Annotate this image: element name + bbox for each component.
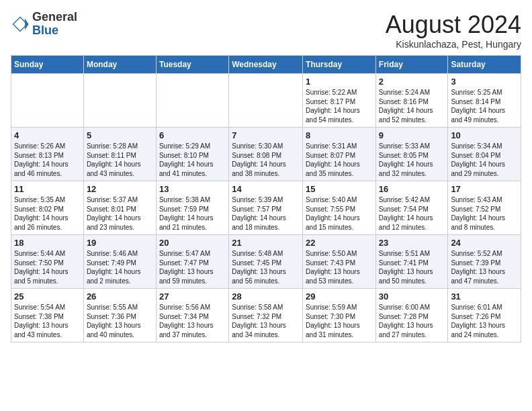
day-cell: 10Sunrise: 5:34 AM Sunset: 8:04 PM Dayli… — [448, 128, 521, 181]
day-number: 17 — [451, 184, 518, 194]
day-info: Sunrise: 5:55 AM Sunset: 7:36 PM Dayligh… — [87, 303, 153, 339]
calendar-table: SundayMondayTuesdayWednesdayThursdayFrid… — [11, 55, 521, 342]
weekday-header-friday: Friday — [375, 56, 448, 74]
day-number: 9 — [379, 130, 445, 140]
day-cell: 3Sunrise: 5:25 AM Sunset: 8:14 PM Daylig… — [448, 74, 521, 128]
day-info: Sunrise: 6:01 AM Sunset: 7:26 PM Dayligh… — [451, 303, 518, 339]
day-cell: 14Sunrise: 5:39 AM Sunset: 7:57 PM Dayli… — [229, 181, 303, 235]
day-info: Sunrise: 5:59 AM Sunset: 7:30 PM Dayligh… — [306, 303, 373, 339]
day-cell: 8Sunrise: 5:31 AM Sunset: 8:07 PM Daylig… — [303, 128, 376, 181]
day-number: 25 — [14, 291, 81, 302]
day-cell: 11Sunrise: 5:35 AM Sunset: 8:02 PM Dayli… — [11, 181, 84, 235]
day-number: 16 — [379, 184, 445, 194]
day-cell: 7Sunrise: 5:30 AM Sunset: 8:08 PM Daylig… — [229, 128, 303, 181]
day-cell: 5Sunrise: 5:28 AM Sunset: 8:11 PM Daylig… — [83, 128, 156, 181]
day-number: 7 — [232, 130, 300, 140]
day-info: Sunrise: 5:54 AM Sunset: 7:38 PM Dayligh… — [14, 303, 81, 339]
day-info: Sunrise: 5:43 AM Sunset: 7:52 PM Dayligh… — [451, 195, 518, 232]
day-cell: 20Sunrise: 5:47 AM Sunset: 7:47 PM Dayli… — [156, 235, 228, 289]
page-header: General Blue August 2024 Kiskunlachaza, … — [11, 11, 521, 50]
day-number: 2 — [379, 77, 445, 87]
day-info: Sunrise: 5:47 AM Sunset: 7:47 PM Dayligh… — [159, 249, 226, 285]
week-row-2: 4Sunrise: 5:26 AM Sunset: 8:13 PM Daylig… — [11, 128, 521, 181]
day-info: Sunrise: 5:25 AM Sunset: 8:14 PM Dayligh… — [451, 88, 518, 124]
title-block: August 2024 Kiskunlachaza, Pest, Hungary — [386, 11, 521, 50]
day-cell — [156, 74, 228, 128]
day-number: 28 — [232, 291, 300, 302]
day-info: Sunrise: 5:35 AM Sunset: 8:02 PM Dayligh… — [14, 195, 81, 232]
weekday-header-saturday: Saturday — [448, 56, 521, 74]
weekday-header-monday: Monday — [83, 56, 156, 74]
day-info: Sunrise: 5:44 AM Sunset: 7:50 PM Dayligh… — [14, 249, 81, 285]
location: Kiskunlachaza, Pest, Hungary — [386, 39, 521, 50]
day-cell — [11, 74, 84, 128]
day-cell: 2Sunrise: 5:24 AM Sunset: 8:16 PM Daylig… — [375, 74, 448, 128]
day-number: 4 — [14, 130, 81, 140]
weekday-row: SundayMondayTuesdayWednesdayThursdayFrid… — [11, 56, 521, 74]
day-info: Sunrise: 5:51 AM Sunset: 7:41 PM Dayligh… — [379, 249, 445, 285]
day-info: Sunrise: 5:40 AM Sunset: 7:55 PM Dayligh… — [306, 195, 373, 232]
day-info: Sunrise: 5:37 AM Sunset: 8:01 PM Dayligh… — [87, 195, 153, 232]
day-cell: 13Sunrise: 5:38 AM Sunset: 7:59 PM Dayli… — [156, 181, 228, 235]
day-cell: 12Sunrise: 5:37 AM Sunset: 8:01 PM Dayli… — [83, 181, 156, 235]
week-row-4: 18Sunrise: 5:44 AM Sunset: 7:50 PM Dayli… — [11, 235, 521, 289]
day-info: Sunrise: 5:46 AM Sunset: 7:49 PM Dayligh… — [87, 249, 153, 285]
weekday-header-wednesday: Wednesday — [229, 56, 303, 74]
logo-icon — [11, 15, 30, 34]
day-info: Sunrise: 5:56 AM Sunset: 7:34 PM Dayligh… — [159, 303, 226, 339]
day-number: 6 — [159, 130, 226, 140]
day-info: Sunrise: 5:33 AM Sunset: 8:05 PM Dayligh… — [379, 142, 445, 178]
day-cell: 23Sunrise: 5:51 AM Sunset: 7:41 PM Dayli… — [375, 235, 448, 289]
day-info: Sunrise: 5:30 AM Sunset: 8:08 PM Dayligh… — [232, 142, 300, 178]
day-cell: 19Sunrise: 5:46 AM Sunset: 7:49 PM Dayli… — [83, 235, 156, 289]
day-cell: 28Sunrise: 5:58 AM Sunset: 7:32 PM Dayli… — [229, 289, 303, 342]
day-number: 20 — [159, 238, 226, 248]
day-cell: 30Sunrise: 6:00 AM Sunset: 7:28 PM Dayli… — [375, 289, 448, 342]
day-info: Sunrise: 6:00 AM Sunset: 7:28 PM Dayligh… — [379, 303, 445, 339]
week-row-5: 25Sunrise: 5:54 AM Sunset: 7:38 PM Dayli… — [11, 289, 521, 342]
day-cell: 1Sunrise: 5:22 AM Sunset: 8:17 PM Daylig… — [303, 74, 376, 128]
weekday-header-tuesday: Tuesday — [156, 56, 228, 74]
day-cell: 29Sunrise: 5:59 AM Sunset: 7:30 PM Dayli… — [303, 289, 376, 342]
day-number: 13 — [159, 184, 226, 194]
day-info: Sunrise: 5:34 AM Sunset: 8:04 PM Dayligh… — [451, 142, 518, 178]
logo-general: General — [32, 10, 77, 24]
day-cell: 25Sunrise: 5:54 AM Sunset: 7:38 PM Dayli… — [11, 289, 84, 342]
logo-text: General Blue — [32, 11, 77, 38]
day-cell: 22Sunrise: 5:50 AM Sunset: 7:43 PM Dayli… — [303, 235, 376, 289]
day-number: 3 — [451, 77, 518, 87]
weekday-header-thursday: Thursday — [303, 56, 376, 74]
day-cell: 15Sunrise: 5:40 AM Sunset: 7:55 PM Dayli… — [303, 181, 376, 235]
day-number: 27 — [159, 291, 226, 302]
day-info: Sunrise: 5:52 AM Sunset: 7:39 PM Dayligh… — [451, 249, 518, 285]
day-number: 31 — [451, 291, 518, 302]
day-cell: 24Sunrise: 5:52 AM Sunset: 7:39 PM Dayli… — [448, 235, 521, 289]
day-info: Sunrise: 5:50 AM Sunset: 7:43 PM Dayligh… — [306, 249, 373, 285]
day-number: 30 — [379, 291, 445, 302]
day-number: 22 — [306, 238, 373, 248]
day-info: Sunrise: 5:39 AM Sunset: 7:57 PM Dayligh… — [232, 195, 300, 232]
week-row-1: 1Sunrise: 5:22 AM Sunset: 8:17 PM Daylig… — [11, 74, 521, 128]
day-cell: 17Sunrise: 5:43 AM Sunset: 7:52 PM Dayli… — [448, 181, 521, 235]
month-title: August 2024 — [386, 11, 521, 39]
day-info: Sunrise: 5:29 AM Sunset: 8:10 PM Dayligh… — [159, 142, 226, 178]
day-cell: 6Sunrise: 5:29 AM Sunset: 8:10 PM Daylig… — [156, 128, 228, 181]
day-cell: 21Sunrise: 5:48 AM Sunset: 7:45 PM Dayli… — [229, 235, 303, 289]
day-info: Sunrise: 5:38 AM Sunset: 7:59 PM Dayligh… — [159, 195, 226, 232]
day-number: 19 — [87, 238, 153, 248]
calendar-body: 1Sunrise: 5:22 AM Sunset: 8:17 PM Daylig… — [11, 74, 521, 342]
day-number: 12 — [87, 184, 153, 194]
day-info: Sunrise: 5:26 AM Sunset: 8:13 PM Dayligh… — [14, 142, 81, 178]
day-number: 26 — [87, 291, 153, 302]
day-cell: 27Sunrise: 5:56 AM Sunset: 7:34 PM Dayli… — [156, 289, 228, 342]
logo-blue: Blue — [32, 24, 58, 37]
day-cell: 26Sunrise: 5:55 AM Sunset: 7:36 PM Dayli… — [83, 289, 156, 342]
day-number: 1 — [306, 77, 373, 87]
day-number: 29 — [306, 291, 373, 302]
day-number: 21 — [232, 238, 300, 248]
day-number: 24 — [451, 238, 518, 248]
day-number: 18 — [14, 238, 81, 248]
day-cell: 9Sunrise: 5:33 AM Sunset: 8:05 PM Daylig… — [375, 128, 448, 181]
logo: General Blue — [11, 11, 77, 38]
day-cell: 18Sunrise: 5:44 AM Sunset: 7:50 PM Dayli… — [11, 235, 84, 289]
